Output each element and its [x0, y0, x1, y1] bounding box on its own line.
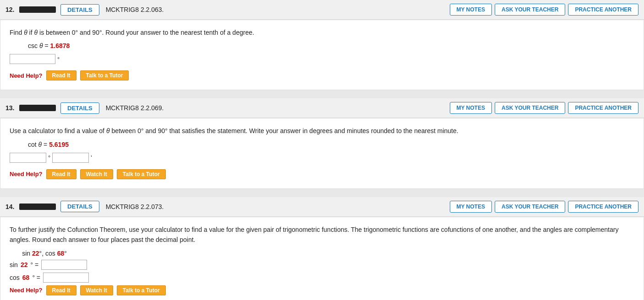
problem-12-header: 12. DETAILS MCKTRIG8 2.2.063. MY NOTES A… [0, 0, 644, 20]
problem-12-body: Find θ if θ is between 0° and 90°. Round… [0, 20, 644, 90]
problem-13-my-notes-btn[interactable]: MY NOTES [450, 102, 492, 114]
problem-14-cos-input-row: cos 68° = [10, 273, 634, 283]
problem-12-header-right: MY NOTES ASK YOUR TEACHER PRACTICE ANOTH… [450, 4, 639, 16]
problem-14-sin-deg: 22 [32, 250, 39, 257]
problem-13-talk-tutor-btn[interactable]: Talk to a Tutor [117, 169, 166, 179]
problem-13-watch-it-btn[interactable]: Watch It [80, 169, 113, 179]
problem-13-need-help-label: Need Help? [10, 171, 43, 177]
problem-14-cos-label-deg: 68 [22, 274, 30, 281]
problem-13-equation: cot θ = 5.6195 [28, 141, 634, 148]
problem-14-body: To further justify the Cofunction Theore… [0, 217, 644, 300]
problem-14-ask-teacher-btn[interactable]: ASK YOUR TEACHER [495, 201, 565, 213]
problem-14-header-right: MY NOTES ASK YOUR TEACHER PRACTICE ANOTH… [450, 201, 639, 213]
problem-14-sin-input[interactable] [41, 260, 87, 270]
problem-14-need-help-row: Need Help? Read It Watch It Talk to a Tu… [10, 285, 634, 295]
problem-13-body: Use a calculator to find a value of θ be… [0, 118, 644, 188]
problem-12-practice-another-btn[interactable]: PRACTICE ANOTHER [568, 4, 639, 16]
problem-13-value: 5.6195 [49, 141, 69, 148]
problem-13-details-btn[interactable]: DETAILS [60, 102, 99, 114]
problem-12-my-notes-btn[interactable]: MY NOTES [450, 4, 492, 16]
problem-14-talk-tutor-btn[interactable]: Talk to a Tutor [117, 285, 166, 295]
problem-12-ask-teacher-btn[interactable]: ASK YOUR TEACHER [495, 4, 565, 16]
problem-14-need-help-label: Need Help? [10, 287, 43, 294]
problem-12-number: 12. [5, 6, 15, 13]
problem-12-details-btn[interactable]: DETAILS [60, 4, 99, 16]
problem-13-answer-input-deg[interactable] [10, 153, 46, 163]
problem-14-number: 14. [5, 203, 15, 210]
problem-12-redacted [19, 6, 56, 13]
problem-13-header-right: MY NOTES ASK YOUR TEACHER PRACTICE ANOTH… [450, 102, 639, 114]
problem-14: 14. DETAILS MCKTRIG8 2.2.073. MY NOTES A… [0, 197, 644, 300]
problem-14-practice-another-btn[interactable]: PRACTICE ANOTHER [568, 201, 639, 213]
problem-13-code: MCKTRIG8 2.2.069. [106, 104, 164, 112]
problem-12-answer-input[interactable] [10, 54, 55, 64]
problem-14-header: 14. DETAILS MCKTRIG8 2.2.073. MY NOTES A… [0, 197, 644, 217]
problem-13-number: 13. [5, 104, 15, 112]
problem-12-need-help-row: Need Help? Read It Talk to a Tutor [10, 70, 634, 80]
problem-12-text: Find θ if θ is between 0° and 90°. Round… [10, 27, 634, 38]
problem-12: 12. DETAILS MCKTRIG8 2.2.063. MY NOTES A… [0, 0, 644, 90]
problem-13: 13. DETAILS MCKTRIG8 2.2.069. MY NOTES A… [0, 98, 644, 188]
problem-13-header: 13. DETAILS MCKTRIG8 2.2.069. MY NOTES A… [0, 98, 644, 118]
problem-14-watch-it-btn[interactable]: Watch It [80, 285, 113, 295]
problem-14-sin-cos-preview: sin 22°, cos 68° [10, 250, 634, 257]
problem-13-ask-teacher-btn[interactable]: ASK YOUR TEACHER [495, 102, 565, 114]
problem-12-degree: ° [57, 56, 60, 63]
problem-14-read-it-btn[interactable]: Read It [46, 285, 76, 295]
problem-12-talk-tutor-btn[interactable]: Talk to a Tutor [80, 70, 129, 80]
problem-13-degree: ° [48, 154, 50, 161]
problem-14-sin-input-row: sin 22° = [10, 260, 634, 270]
problem-12-need-help-label: Need Help? [10, 72, 43, 79]
problem-13-practice-another-btn[interactable]: PRACTICE ANOTHER [568, 102, 639, 114]
problem-12-code: MCKTRIG8 2.2.063. [106, 6, 164, 13]
problem-12-read-it-btn[interactable]: Read It [46, 70, 76, 80]
problem-14-code: MCKTRIG8 2.2.073. [106, 203, 164, 210]
problem-14-cos-deg: 68 [57, 250, 65, 257]
problem-13-need-help-row: Need Help? Read It Watch It Talk to a Tu… [10, 169, 634, 179]
problem-14-sin-label-deg: 22 [21, 261, 28, 268]
problem-12-value: 1.6878 [50, 42, 70, 49]
problem-12-equation: csc θ = 1.6878 [28, 42, 634, 49]
problem-13-answer-row: ° ' [10, 153, 634, 163]
problem-14-cos-input[interactable] [43, 273, 89, 283]
problem-14-my-notes-btn[interactable]: MY NOTES [450, 201, 492, 213]
problem-14-text: To further justify the Cofunction Theore… [10, 225, 634, 245]
problem-13-answer-input-min[interactable] [52, 153, 89, 163]
problem-13-read-it-btn[interactable]: Read It [46, 169, 76, 179]
problem-14-redacted [19, 204, 56, 210]
problem-14-details-btn[interactable]: DETAILS [60, 201, 99, 212]
problem-13-text: Use a calculator to find a value of θ be… [10, 126, 634, 136]
problem-12-answer-row: ° [10, 54, 634, 64]
problem-13-redacted [19, 105, 56, 111]
problem-13-minute: ' [91, 154, 92, 161]
